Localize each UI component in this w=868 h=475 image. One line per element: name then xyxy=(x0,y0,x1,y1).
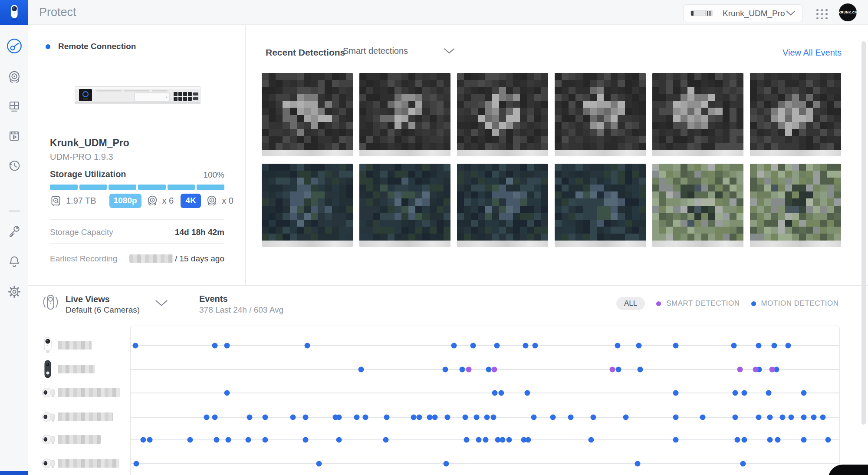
motion-event-dot[interactable] xyxy=(494,343,500,349)
detection-thumbnail[interactable] xyxy=(555,73,646,156)
legend-filter-all[interactable]: ALL xyxy=(616,297,645,310)
motion-event-dot[interactable] xyxy=(820,415,826,420)
view-all-events-link[interactable]: View All Events xyxy=(783,48,842,58)
motion-event-dot[interactable] xyxy=(700,415,705,420)
motion-event-dot[interactable] xyxy=(732,415,738,420)
detection-thumbnail[interactable] xyxy=(750,164,841,247)
motion-event-dot[interactable] xyxy=(187,437,193,443)
motion-event-dot[interactable] xyxy=(767,415,773,420)
motion-event-dot[interactable] xyxy=(484,415,490,420)
motion-event-dot[interactable] xyxy=(731,343,736,349)
motion-event-dot[interactable] xyxy=(756,343,761,349)
motion-event-dot[interactable] xyxy=(247,415,253,420)
motion-event-dot[interactable] xyxy=(451,343,457,349)
motion-event-dot[interactable] xyxy=(212,343,218,349)
sidebar-item-cameras[interactable] xyxy=(0,66,28,88)
motion-event-dot[interactable] xyxy=(226,437,231,443)
camera-list-item[interactable] xyxy=(41,359,128,379)
motion-event-dot[interactable] xyxy=(531,415,537,420)
motion-event-dot[interactable] xyxy=(673,343,678,349)
motion-event-dot[interactable] xyxy=(766,390,771,396)
motion-event-dot[interactable] xyxy=(316,461,322,467)
motion-event-dot[interactable] xyxy=(383,437,388,443)
motion-event-dot[interactable] xyxy=(384,415,389,420)
motion-event-dot[interactable] xyxy=(801,415,807,420)
motion-event-dot[interactable] xyxy=(589,437,594,443)
motion-event-dot[interactable] xyxy=(506,437,512,443)
smart-event-dot[interactable] xyxy=(610,367,615,373)
motion-event-dot[interactable] xyxy=(623,415,629,420)
motion-event-dot[interactable] xyxy=(801,390,807,396)
motion-event-dot[interactable] xyxy=(638,367,643,373)
motion-event-dot[interactable] xyxy=(224,343,230,349)
detection-thumbnail[interactable] xyxy=(457,164,548,247)
motion-event-dot[interactable] xyxy=(141,437,146,443)
motion-event-dot[interactable] xyxy=(523,343,528,349)
motion-event-dot[interactable] xyxy=(636,343,641,349)
motion-event-dot[interactable] xyxy=(432,415,437,420)
motion-event-dot[interactable] xyxy=(568,415,574,420)
camera-list-item[interactable] xyxy=(41,335,128,356)
detection-thumbnail[interactable] xyxy=(262,73,353,156)
detection-thumbnail[interactable] xyxy=(652,164,743,247)
motion-event-dot[interactable] xyxy=(526,437,531,443)
detection-thumbnail[interactable] xyxy=(750,73,841,156)
detection-thumbnail[interactable] xyxy=(359,164,450,247)
motion-event-dot[interactable] xyxy=(673,415,678,420)
motion-event-dot[interactable] xyxy=(214,437,219,443)
motion-event-dot[interactable] xyxy=(486,367,491,373)
protect-logo[interactable] xyxy=(0,0,28,25)
motion-event-dot[interactable] xyxy=(416,415,422,420)
motion-event-dot[interactable] xyxy=(443,461,449,467)
sidebar-item-viewports[interactable] xyxy=(0,95,28,118)
motion-event-dot[interactable] xyxy=(740,461,746,467)
motion-event-dot[interactable] xyxy=(470,343,476,349)
smart-event-dot[interactable] xyxy=(769,367,775,373)
motion-event-dot[interactable] xyxy=(742,390,747,396)
detections-filter-dropdown[interactable]: Smart detections xyxy=(343,46,455,56)
motion-event-dot[interactable] xyxy=(212,415,218,420)
motion-event-dot[interactable] xyxy=(290,415,296,420)
motion-event-dot[interactable] xyxy=(491,415,496,420)
sidebar-item-dashboard[interactable] xyxy=(0,35,28,57)
motion-event-dot[interactable] xyxy=(246,437,251,443)
motion-event-dot[interactable] xyxy=(464,437,470,443)
motion-event-dot[interactable] xyxy=(358,367,364,373)
page-scrollbar[interactable] xyxy=(861,41,866,425)
motion-event-dot[interactable] xyxy=(780,415,786,420)
motion-event-dot[interactable] xyxy=(134,461,139,467)
motion-event-dot[interactable] xyxy=(771,343,777,349)
smart-event-dot[interactable] xyxy=(491,367,497,373)
motion-event-dot[interactable] xyxy=(499,390,504,396)
motion-event-dot[interactable] xyxy=(673,437,678,443)
user-avatar[interactable]: KRUNK.CN xyxy=(839,3,857,21)
motion-event-dot[interactable] xyxy=(635,461,640,467)
motion-event-dot[interactable] xyxy=(460,367,465,373)
motion-event-dot[interactable] xyxy=(303,415,309,420)
motion-event-dot[interactable] xyxy=(263,437,268,443)
motion-event-dot[interactable] xyxy=(204,415,209,420)
camera-list-item[interactable] xyxy=(41,429,128,450)
smart-event-dot[interactable] xyxy=(466,367,471,373)
motion-event-dot[interactable] xyxy=(354,415,359,420)
motion-event-dot[interactable] xyxy=(336,415,342,420)
smart-event-dot[interactable] xyxy=(737,367,743,373)
sidebar-item-playback[interactable] xyxy=(0,125,28,147)
motion-event-dot[interactable] xyxy=(476,437,481,443)
motion-event-dot[interactable] xyxy=(615,343,620,349)
motion-event-dot[interactable] xyxy=(462,415,468,420)
motion-event-dot[interactable] xyxy=(734,437,740,443)
camera-list-item[interactable] xyxy=(41,382,128,403)
legend-filter-motion[interactable]: MOTION DETECTION xyxy=(751,299,839,308)
motion-event-dot[interactable] xyxy=(304,343,310,349)
motion-event-dot[interactable] xyxy=(492,390,498,396)
console-switcher[interactable]: Krunk_UDM_Pro xyxy=(683,4,803,22)
motion-event-dot[interactable] xyxy=(742,437,747,443)
motion-event-dot[interactable] xyxy=(500,437,506,443)
motion-event-dot[interactable] xyxy=(362,415,368,420)
motion-event-dot[interactable] xyxy=(801,437,807,443)
motion-event-dot[interactable] xyxy=(263,415,268,420)
detection-thumbnail[interactable] xyxy=(457,73,548,156)
live-views-selector[interactable] xyxy=(155,300,168,307)
apps-grid-icon[interactable] xyxy=(815,9,829,20)
